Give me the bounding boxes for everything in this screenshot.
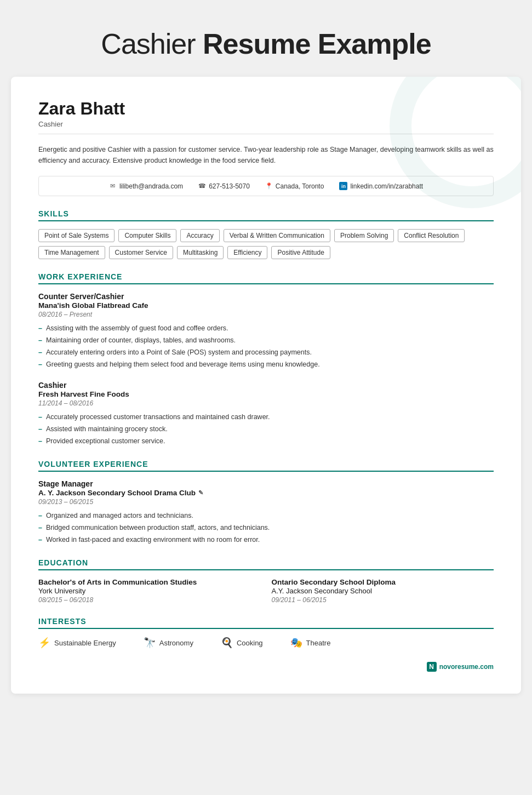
skill-tag: Point of Sale Systems — [38, 229, 115, 242]
edu-dates: 08/2015 – 06/2018 — [38, 596, 261, 604]
edu-degree: Bachelor's of Arts in Communication Stud… — [38, 578, 261, 586]
header-divider — [38, 134, 494, 134]
volunteer-section-title: VOLUNTEER EXPERIENCE — [38, 460, 494, 472]
interest-label: Cooking — [237, 639, 263, 647]
skill-tag: Multitasking — [177, 246, 224, 259]
interests-section-title: INTERESTS — [38, 617, 494, 629]
contact-email: ✉ lilibeth@andrada.com — [109, 182, 183, 190]
education-item: Bachelor's of Arts in Communication Stud… — [38, 578, 261, 604]
candidate-name: Zara Bhatt — [38, 99, 494, 119]
volunteer-duty: Worked in fast-paced and exacting enviro… — [38, 534, 494, 545]
branding: N novoresume.com — [38, 662, 494, 672]
volunteer-duties-list: Organized and managed actors and technic… — [38, 510, 494, 545]
job-duty: Accurately processed customer transactio… — [38, 411, 494, 422]
interest-label: Astronomy — [159, 639, 193, 647]
education-section-title: EDUCATION — [38, 558, 494, 570]
email-icon: ✉ — [109, 182, 117, 190]
novoresume-text: novoresume.com — [439, 663, 494, 671]
skill-tag: Computer Skills — [118, 229, 176, 242]
interest-icon: 🍳 — [221, 637, 233, 649]
jobs-container: Counter Server/Cashier Mana'ish Global F… — [38, 292, 494, 447]
work-experience-title: WORK EXPERIENCE — [38, 272, 494, 284]
job-duty: Accurately entering orders into a Point … — [38, 347, 494, 358]
skill-tag: Positive Attitude — [271, 246, 330, 259]
job-duty: Provided exceptional customer service. — [38, 436, 494, 447]
external-link-icon: ✎ — [198, 489, 203, 496]
resume-summary: Energetic and positive Cashier with a pa… — [38, 144, 494, 166]
interest-icon: 🎭 — [290, 637, 302, 649]
volunteer-role-title: Stage Manager — [38, 479, 494, 488]
job-dates: 11/2014 – 08/2016 — [38, 399, 494, 407]
skill-tag: Efficiency — [227, 246, 267, 259]
edu-degree: Ontario Secondary School Diploma — [272, 578, 494, 586]
volunteer-block: Stage Manager A. Y. Jackson Secondary Sc… — [38, 479, 494, 545]
interest-item: 🎭 Theatre — [290, 637, 331, 649]
volunteer-duty: Bridged communication between production… — [38, 522, 494, 533]
skills-section-title: SKILLS — [38, 209, 494, 221]
job-duty: Assisting with the assembly of guest foo… — [38, 323, 494, 334]
novoresume-logo-icon: N — [427, 662, 437, 672]
edu-school: York University — [38, 587, 261, 595]
job-duty: Maintaining order of counter, displays, … — [38, 335, 494, 346]
edu-school: A.Y. Jackson Secondary School — [272, 587, 494, 595]
volunteer-duty: Organized and managed actors and technic… — [38, 510, 494, 521]
contact-bar: ✉ lilibeth@andrada.com ☎ 627-513-5070 📍 … — [38, 176, 494, 196]
skills-container: Point of Sale SystemsComputer SkillsAccu… — [38, 229, 494, 259]
job-company: Fresh Harvest Fine Foods — [38, 390, 494, 398]
interest-icon: ⚡ — [38, 637, 50, 649]
work-experience-section: WORK EXPERIENCE Counter Server/Cashier M… — [38, 272, 494, 447]
volunteer-container: Stage Manager A. Y. Jackson Secondary Sc… — [38, 479, 494, 545]
interests-row: ⚡ Sustainable Energy 🔭 Astronomy 🍳 Cooki… — [38, 637, 494, 649]
job-duty: Greeting guests and helping them select … — [38, 359, 494, 370]
education-grid: Bachelor's of Arts in Communication Stud… — [38, 578, 494, 604]
job-block: Counter Server/Cashier Mana'ish Global F… — [38, 292, 494, 370]
interest-item: 🍳 Cooking — [221, 637, 263, 649]
skill-tag: Problem Solving — [334, 229, 394, 242]
job-duties-list: Accurately processed customer transactio… — [38, 411, 494, 447]
skill-tag: Customer Service — [109, 246, 173, 259]
education-item: Ontario Secondary School Diploma A.Y. Ja… — [272, 578, 494, 604]
interests-section: INTERESTS ⚡ Sustainable Energy 🔭 Astrono… — [38, 617, 494, 649]
volunteer-dates: 09/2013 – 06/2015 — [38, 498, 494, 506]
job-company: Mana'ish Global Flatbread Cafe — [38, 301, 494, 310]
interest-label: Sustainable Energy — [54, 639, 116, 647]
contact-location: 📍 Canada, Toronto — [265, 182, 324, 190]
interest-icon: 🔭 — [144, 637, 156, 649]
job-dates: 08/2016 – Present — [38, 311, 494, 318]
resume-card: Zara Bhatt Cashier Energetic and positiv… — [11, 77, 521, 694]
resume-header: Zara Bhatt Cashier Energetic and positiv… — [38, 99, 494, 166]
page-title: Cashier Resume Example — [11, 11, 521, 77]
job-title: Counter Server/Cashier — [38, 292, 494, 301]
skills-section: SKILLS Point of Sale SystemsComputer Ski… — [38, 209, 494, 259]
phone-icon: ☎ — [198, 182, 206, 190]
job-block: Cashier Fresh Harvest Fine Foods 11/2014… — [38, 381, 494, 447]
job-title: Cashier — [38, 381, 494, 390]
interest-label: Theatre — [306, 639, 331, 647]
contact-phone: ☎ 627-513-5070 — [198, 182, 250, 190]
contact-linkedin: in linkedin.com/in/zarabhatt — [339, 182, 423, 190]
interest-item: 🔭 Astronomy — [144, 637, 193, 649]
job-duties-list: Assisting with the assembly of guest foo… — [38, 323, 494, 370]
volunteer-org: A. Y. Jackson Secondary School Drama Clu… — [38, 489, 494, 497]
interest-item: ⚡ Sustainable Energy — [38, 637, 116, 649]
edu-dates: 09/2011 – 06/2015 — [272, 596, 494, 604]
skill-tag: Accuracy — [180, 229, 219, 242]
candidate-job-title: Cashier — [38, 120, 494, 128]
education-section: EDUCATION Bachelor's of Arts in Communic… — [38, 558, 494, 604]
job-duty: Assisted with maintaining grocery stock. — [38, 424, 494, 434]
linkedin-icon: in — [339, 182, 347, 190]
volunteer-section: VOLUNTEER EXPERIENCE Stage Manager A. Y.… — [38, 460, 494, 545]
location-icon: 📍 — [265, 182, 273, 190]
skill-tag: Verbal & Written Communication — [224, 229, 330, 242]
skill-tag: Time Management — [38, 246, 105, 259]
skill-tag: Conflict Resolution — [398, 229, 465, 242]
